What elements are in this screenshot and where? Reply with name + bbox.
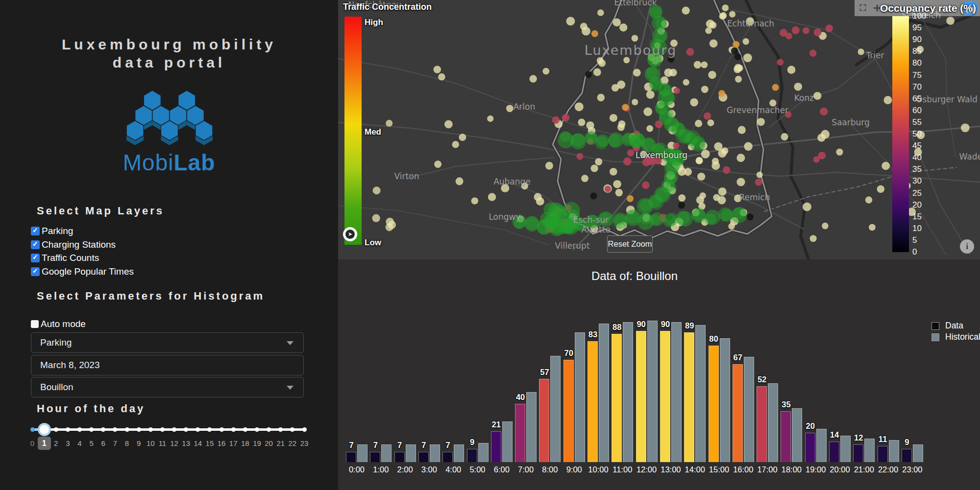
slider-tick-20[interactable] [267, 427, 271, 432]
slider-tick-21[interactable] [278, 427, 283, 432]
data-bar-6:00[interactable] [491, 431, 501, 462]
data-bar-5:00[interactable] [467, 449, 477, 462]
data-bar-8:00[interactable] [539, 379, 549, 462]
data-bar-7:00[interactable] [515, 404, 525, 462]
mobilab-logo [126, 89, 213, 148]
legend-item-data[interactable]: Data [931, 321, 963, 331]
data-bar-22:00[interactable] [878, 446, 888, 462]
occupancy-tick-5: 5 [912, 235, 917, 245]
traffic-counts-checkbox[interactable] [31, 254, 40, 262]
layer-row-parking: Parking [31, 225, 73, 237]
historical-bar-14:00[interactable] [695, 325, 706, 462]
data-bar-0:00[interactable] [346, 452, 356, 462]
data-bar-16:00[interactable] [733, 364, 743, 462]
slider-tick-5[interactable] [89, 427, 94, 432]
historical-bar-13:00[interactable] [671, 322, 682, 462]
data-bar-11:00[interactable] [612, 334, 622, 462]
data-bar-13:00[interactable] [660, 331, 670, 462]
bar-value-label: 52 [751, 375, 773, 384]
slider-tick-12[interactable] [172, 427, 176, 432]
navigation-arrow-icon: ➤ [345, 230, 355, 239]
slider-tick-9[interactable] [137, 427, 141, 432]
slider-tick-18[interactable] [243, 427, 247, 432]
parking-checkbox[interactable] [31, 227, 40, 235]
location-dropdown[interactable]: Bouillon [31, 377, 304, 397]
slider-tick-19[interactable] [255, 427, 259, 432]
slider-tick-0[interactable] [30, 427, 35, 432]
data-bar-21:00[interactable] [853, 444, 863, 462]
svg-text:Remich: Remich [739, 192, 770, 202]
historical-bar-10:00[interactable] [599, 324, 609, 462]
data-bar-2:00[interactable] [394, 452, 405, 462]
google-popular-times-label: Google Popular Times [42, 266, 134, 277]
historical-bar-23:00[interactable] [913, 444, 923, 462]
data-bar-20:00[interactable] [829, 442, 839, 462]
slider-tick-8[interactable] [125, 427, 129, 432]
parameter-dropdown-value: Parking [40, 337, 72, 348]
traffic-legend-title: Traffic Concentration [343, 2, 432, 12]
reset-zoom-button[interactable]: Reset Zoom [607, 235, 653, 253]
data-legend-label: Data [945, 321, 963, 331]
camera-icon[interactable]: ⛶ [858, 3, 868, 13]
slider-tick-16[interactable] [220, 427, 224, 432]
histogram-params-heading: Select Parameters for Histogram [37, 290, 265, 303]
historical-bar-11:00[interactable] [623, 322, 633, 462]
data-bar-14:00[interactable] [684, 332, 694, 462]
data-bar-1:00[interactable] [370, 452, 380, 462]
data-bar-19:00[interactable] [805, 433, 815, 462]
slider-tick-4[interactable] [77, 427, 82, 432]
slider-tick-10[interactable] [148, 427, 153, 432]
info-icon[interactable]: i [960, 239, 974, 254]
data-bar-12:00[interactable] [636, 331, 646, 462]
occupancy-tick-25: 25 [912, 188, 922, 198]
charging-stations-checkbox[interactable] [31, 240, 40, 249]
slider-tick-23[interactable] [302, 427, 307, 432]
data-bar-3:00[interactable] [418, 452, 429, 462]
histogram-panel: Data of: Bouillon 70:0071:0072:0073:0074… [338, 259, 980, 490]
legend-item-historical[interactable]: Historical [931, 332, 980, 342]
historical-bar-16:00[interactable] [744, 357, 754, 462]
historical-bar-17:00[interactable] [768, 383, 778, 462]
date-input[interactable]: March 8, 2023 [31, 355, 304, 375]
map-canvas[interactable]: NeufchâteauEttelbruckEchternachSchweichT… [338, 0, 980, 259]
data-bar-4:00[interactable] [442, 452, 453, 462]
slider-tick-3[interactable] [66, 427, 70, 432]
data-bar-18:00[interactable] [781, 411, 791, 462]
slider-tick-14[interactable] [196, 427, 200, 432]
historical-bar-12:00[interactable] [647, 321, 658, 462]
slider-tick-15[interactable] [207, 427, 212, 432]
bar-value-label: 9 [462, 438, 483, 447]
bar-value-label: 7 [365, 441, 386, 450]
geolocate-icon[interactable]: ➤ [343, 227, 357, 241]
google-popular-times-checkbox[interactable] [31, 267, 40, 276]
slider-tick-17[interactable] [231, 427, 236, 432]
svg-text:Luxembourg: Luxembourg [585, 43, 677, 58]
data-bar-15:00[interactable] [709, 346, 719, 462]
slider-tick-22[interactable] [290, 427, 294, 432]
app-root: Luxembourg mobility data portal MobiLab … [0, 0, 980, 490]
slider-tick-11[interactable] [160, 427, 165, 432]
traffic-high-label: High [365, 18, 383, 27]
data-bar-9:00[interactable] [564, 360, 574, 462]
slider-tick-6[interactable] [101, 427, 105, 432]
layer-row-charging: Charging Stations [31, 239, 116, 251]
slider-track[interactable] [32, 428, 304, 431]
occupancy-tick-60: 60 [912, 106, 922, 116]
data-bar-17:00[interactable] [757, 386, 767, 462]
layer-row-traffic: Traffic Counts [31, 252, 99, 264]
data-bar-10:00[interactable] [588, 341, 598, 462]
slider-tick-13[interactable] [184, 427, 188, 432]
bar-value-label: 7 [389, 441, 411, 450]
portal-title: Luxembourg mobility data portal [0, 35, 338, 71]
parameter-dropdown[interactable]: Parking [31, 332, 304, 353]
slider-tick-7[interactable] [113, 427, 117, 432]
historical-bar-18:00[interactable] [792, 408, 802, 462]
historical-bar-7:00[interactable] [526, 392, 537, 462]
data-bar-23:00[interactable] [902, 449, 912, 462]
slider-tick-2[interactable] [54, 427, 58, 432]
map-panel[interactable]: NeufchâteauEttelbruckEchternachSchweichT… [338, 0, 980, 259]
slider-handle[interactable] [38, 423, 51, 436]
auto-mode-checkbox[interactable] [31, 320, 39, 328]
svg-text:Osburger Wald: Osburger Wald [916, 94, 978, 104]
occupancy-tick-85: 85 [912, 47, 922, 56]
